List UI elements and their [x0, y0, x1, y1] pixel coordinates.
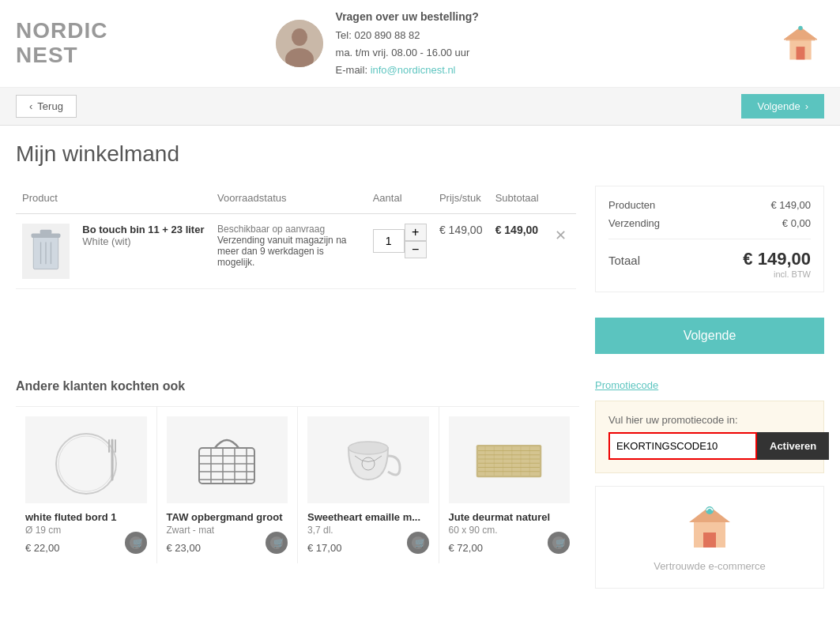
rec-product-name-1: white fluted bord 1 [25, 511, 147, 523]
thuiswinkel-text: Vertrouwde e-commerce [654, 560, 766, 572]
subtotal-cell: € 149,00 [489, 214, 545, 289]
promo-code-link[interactable]: Promotiecode [595, 379, 824, 391]
product-info-cell: Bo touch bin 11 + 23 liter White (wit) [76, 214, 211, 289]
rec-layout: Andere klanten kochten ook [16, 379, 824, 589]
rec-product-name-3: Sweetheart emaille m... [307, 511, 429, 523]
cart-main: Product Voorraadstatus Aantal Prijs/stuk… [16, 186, 576, 354]
svg-rect-5 [797, 47, 805, 59]
col-price: Prijs/stuk [433, 186, 489, 214]
list-item: Sweetheart emaille m... 3,7 dl. € 17,00 … [298, 407, 439, 563]
list-item: white fluted bord 1 Ø 19 cm € 22,00 🛒 [16, 407, 157, 563]
product-image [22, 224, 70, 279]
rec-product-name-2: TAW opbergmand groot [167, 511, 288, 523]
add-to-cart-button-4[interactable]: 🛒 [548, 532, 570, 554]
stock-status: Beschikbaar op aanvraag [217, 224, 360, 235]
stock-cell: Beschikbaar op aanvraag Verzending vanui… [211, 214, 367, 289]
svg-rect-10 [40, 230, 52, 235]
summary-box: Producten € 149,00 Verzending € 0,00 Tot… [595, 186, 824, 292]
col-subtotal: Subtotaal [489, 186, 545, 214]
logo: NORDIC NEST [16, 19, 126, 68]
recommendations-title: Andere klanten kochten ook [16, 379, 579, 393]
summary-divider [608, 239, 811, 239]
svg-text:🛒: 🛒 [415, 537, 424, 548]
chevron-right-icon: › [805, 100, 808, 112]
col-qty: Aantal [367, 186, 433, 214]
summary-products-label: Producten [608, 199, 655, 211]
product-variant: White (wit) [82, 235, 205, 247]
cart-table: Product Voorraadstatus Aantal Prijs/stuk… [16, 186, 576, 289]
remove-cell: ✕ [545, 214, 576, 289]
rec-product-image-3 [307, 416, 429, 503]
thuiswinkel-header-badge [777, 20, 824, 67]
rec-product-image-2 [167, 416, 288, 503]
product-image-cell [16, 214, 76, 289]
product-name: Bo touch bin 11 + 23 liter [82, 224, 205, 235]
svg-text:🛒: 🛒 [556, 537, 565, 548]
email-link[interactable]: info@nordicnest.nl [371, 64, 456, 76]
next-button-top[interactable]: Volgende › [741, 94, 824, 119]
svg-point-32 [348, 442, 388, 454]
add-to-cart-button-1[interactable]: 🛒 [125, 532, 147, 554]
summary-products-amount: € 149,00 [770, 199, 811, 211]
summary-total-row: Totaal € 149,00 [608, 249, 811, 269]
header: NORDIC NEST Vragen over uw bestelling? T… [0, 0, 840, 88]
recommendations-section: Andere klanten kochten ook [16, 379, 824, 589]
products-grid: white fluted bord 1 Ø 19 cm € 22,00 🛒 [16, 406, 579, 563]
qty-cell: + − [367, 214, 433, 289]
svg-text:🛒: 🛒 [133, 537, 142, 548]
quantity-control: + − [373, 224, 427, 258]
cart-layout: Product Voorraadstatus Aantal Prijs/stuk… [16, 186, 824, 354]
rec-product-name-4: Jute deurmat naturel [449, 511, 571, 523]
summary-total-amount: € 149,00 [743, 249, 811, 269]
promo-box: Vul hier uw promotiecode in: Activeren [595, 401, 824, 473]
back-button[interactable]: ‹ Terug [16, 95, 77, 118]
svg-text:🛒: 🛒 [273, 537, 283, 548]
price-cell: € 149,00 [433, 214, 489, 289]
page-title: Mijn winkelmand [16, 141, 824, 167]
col-stock: Voorraadstatus [211, 186, 367, 214]
svg-rect-7 [798, 26, 802, 30]
svg-point-15 [58, 436, 114, 491]
summary-products-row: Producten € 149,00 [608, 199, 811, 211]
quantity-increase-button[interactable]: + [405, 224, 427, 241]
quantity-decrease-button[interactable]: − [405, 241, 427, 258]
summary-shipping-row: Verzending € 0,00 [608, 217, 811, 229]
header-contact: Vragen over uw bestelling? Tel: 020 890 … [336, 8, 479, 79]
avatar [276, 20, 323, 67]
page-content: Mijn winkelmand Product Voorraadstatus A… [0, 126, 840, 604]
add-to-cart-button-2[interactable]: 🛒 [266, 532, 288, 554]
cart-summary: Producten € 149,00 Verzending € 0,00 Tot… [595, 186, 824, 354]
nav-bar: ‹ Terug Volgende › [0, 88, 840, 126]
list-item: TAW opbergmand groot Zwart - mat € 23,00… [157, 407, 299, 563]
summary-total-label: Totaal [608, 254, 640, 267]
rec-promo-column: Promotiecode Vul hier uw promotiecode in… [595, 379, 824, 589]
col-product: Product [16, 186, 211, 214]
rec-product-image-4 [449, 416, 571, 503]
remove-item-button[interactable]: ✕ [552, 224, 570, 247]
add-to-cart-button-3[interactable]: 🛒 [407, 532, 429, 554]
table-row: Bo touch bin 11 + 23 liter White (wit) B… [16, 214, 576, 289]
thuiswinkel-logo-icon [686, 502, 733, 554]
chevron-left-icon: ‹ [29, 100, 32, 112]
svg-rect-54 [703, 533, 716, 548]
promo-submit-button[interactable]: Activeren [757, 432, 829, 460]
thuiswinkel-box: Vertrouwde e-commerce [595, 486, 824, 589]
summary-vat: incl. BTW [608, 269, 811, 279]
header-center: Vragen over uw bestelling? Tel: 020 890 … [276, 8, 479, 79]
rec-main: Andere klanten kochten ook [16, 379, 579, 589]
summary-shipping-amount: € 0,00 [782, 217, 811, 229]
promo-code-input[interactable] [608, 432, 757, 460]
quantity-input[interactable] [373, 229, 405, 253]
promo-label: Vul hier uw promotiecode in: [608, 414, 811, 426]
summary-shipping-label: Verzending [608, 217, 660, 229]
svg-point-1 [292, 28, 307, 46]
next-button-main[interactable]: Volgende [595, 318, 824, 354]
stock-note: Verzending vanuit magazijn na meer dan 9… [217, 235, 360, 268]
list-item: Jute deurmat naturel 60 x 90 cm. € 72,00… [439, 407, 580, 563]
promo-input-row: Activeren [608, 432, 811, 460]
rec-product-image-1 [25, 416, 147, 503]
